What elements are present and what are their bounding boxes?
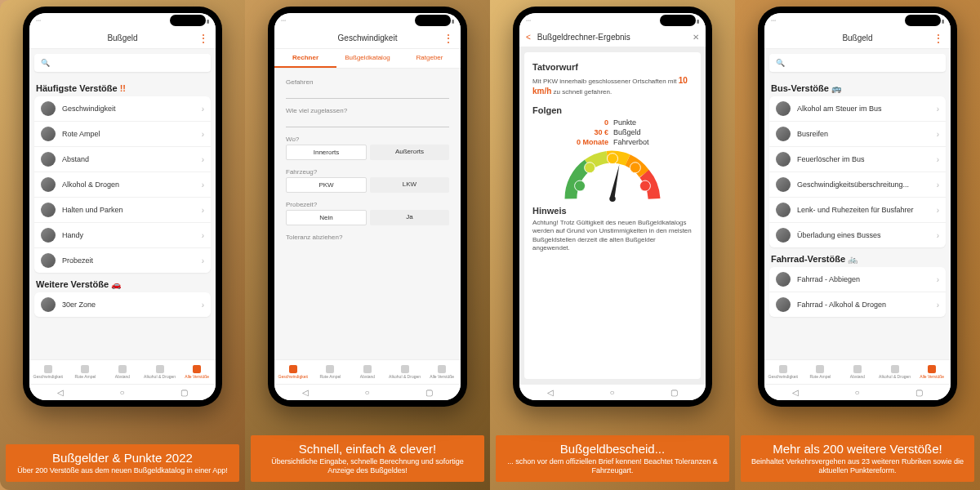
chevron-right-icon: › — [937, 130, 939, 139]
back-icon[interactable]: ◁ — [302, 388, 309, 397]
list-item[interactable]: Fahrrad - Abbiegen› — [769, 267, 946, 292]
home-icon[interactable]: ○ — [609, 388, 614, 397]
chevron-right-icon: › — [202, 180, 204, 189]
field-probation: Probezeit? Nein Ja — [283, 194, 452, 227]
nav-tab[interactable]: Abstand — [349, 360, 386, 384]
list-item[interactable]: Abstand› — [34, 147, 211, 172]
field-vehicle: Fahrzeug? PKW LKW — [283, 162, 452, 194]
svg-point-6 — [609, 195, 615, 201]
list-item[interactable]: Probezeit› — [34, 248, 211, 273]
field-driven[interactable]: Gefahren — [283, 72, 452, 100]
camera-notch — [660, 15, 696, 26]
recents-icon[interactable]: ▢ — [915, 388, 923, 397]
bottom-nav: Geschwindigkeit Rote Ampel Abstand Alkoh… — [274, 359, 461, 384]
field-allowed[interactable]: Wie viel zugelassen? — [283, 100, 452, 129]
content-area: Bus-Verstöße 🚌 Alkohol am Steuer im Bus›… — [764, 77, 951, 359]
toggle-outside[interactable]: Außerorts — [370, 145, 449, 160]
screen: ◦◦◦◦ ◦ ▮ Geschwindigkeit ⋮ Rechner Bußge… — [274, 13, 461, 400]
toggle-inside[interactable]: Innerorts — [286, 145, 367, 160]
list-item[interactable]: Fahrrad - Alkohol & Drogen› — [769, 292, 946, 317]
home-icon[interactable]: ○ — [119, 388, 124, 397]
list-item[interactable]: Alkohol & Drogen› — [34, 172, 211, 198]
share-icon[interactable]: < — [526, 33, 531, 42]
form-area: Gefahren Wie viel zugelassen? Wo? Innero… — [274, 69, 461, 359]
overflow-menu-icon[interactable]: ⋮ — [933, 33, 944, 44]
caption-sub: Übersichtliche Eingabe, schnelle Berechn… — [259, 457, 476, 476]
field-tolerance: Toleranz abziehen? — [283, 227, 452, 244]
nav-tab[interactable]: Geschwindigkeit — [274, 360, 312, 384]
phone-frame: ◦◦◦◦ ◦ ▮ Bußgeld ⋮ 🔍 Bus-Verstöße 🚌 Alko… — [758, 7, 957, 407]
camera-notch — [415, 15, 451, 26]
search-input[interactable]: 🔍 — [34, 54, 211, 72]
home-icon[interactable]: ○ — [364, 388, 369, 397]
back-icon[interactable]: ◁ — [57, 388, 64, 397]
category-icon — [776, 228, 791, 243]
list-item[interactable]: Geschwindigkeitsüberschreitung...› — [769, 172, 946, 198]
nav-tab[interactable]: Rote Ampel — [312, 360, 350, 384]
nav-tab[interactable]: Abstand — [104, 360, 141, 384]
close-icon[interactable]: ✕ — [693, 33, 699, 42]
tab-guide[interactable]: Ratgeber — [399, 49, 461, 68]
nav-tab[interactable]: Rote Ampel — [802, 360, 840, 384]
tab-calculator[interactable]: Rechner — [274, 49, 336, 68]
system-nav: ◁○▢ — [29, 384, 216, 400]
car-icon: 🚗 — [111, 280, 121, 289]
list-item[interactable]: Feuerlöscher im Bus› — [769, 147, 946, 172]
list-item[interactable]: 30er Zone› — [34, 292, 211, 317]
toggle-no[interactable]: Nein — [286, 210, 367, 225]
overflow-menu-icon[interactable]: ⋮ — [198, 33, 209, 44]
app-bar: Bußgeld ⋮ — [29, 28, 216, 49]
bottom-nav: Geschwindigkeit Rote Ampel Abstand Alkoh… — [764, 359, 951, 384]
phone-frame: ◦◦◦◦ ◦ ▮ < Bußgeldrechner-Ergebnis ✕ Tat… — [513, 7, 712, 407]
list-item[interactable]: Handy› — [34, 223, 211, 248]
chevron-right-icon: › — [202, 105, 204, 114]
category-icon — [41, 177, 56, 192]
category-icon — [776, 152, 791, 167]
field-where: Wo? Innerorts Außerorts — [283, 129, 452, 162]
tab-catalog[interactable]: Bußgeldkatalog — [336, 49, 399, 68]
back-icon[interactable]: ◁ — [792, 388, 799, 397]
search-icon: 🔍 — [776, 59, 785, 67]
result-body: Tatvorwurf Mit PKW innerhalb geschlossen… — [524, 52, 701, 379]
chevron-right-icon: › — [202, 155, 204, 164]
toggle-yes[interactable]: Ja — [370, 210, 449, 225]
caption-title: Bußgeldbescheid... — [504, 442, 721, 456]
bus-icon: 🚌 — [831, 84, 841, 93]
nav-tab[interactable]: Alle Verstöße — [423, 360, 461, 384]
list-item[interactable]: Rote Ampel› — [34, 122, 211, 147]
chevron-right-icon: › — [202, 256, 204, 265]
nav-tab[interactable]: Alkohol & Drogen — [876, 360, 914, 384]
list-item[interactable]: Geschwindigkeit› — [34, 96, 211, 122]
nav-tab[interactable]: Alkohol & Drogen — [386, 360, 424, 384]
list-item[interactable]: Busreifen› — [769, 122, 946, 147]
list-item[interactable]: Überladung eines Busses› — [769, 223, 946, 247]
back-icon[interactable]: ◁ — [547, 388, 554, 397]
system-nav: ◁○▢ — [519, 384, 706, 400]
screen: ◦◦◦◦ ◦ ▮ < Bußgeldrechner-Ergebnis ✕ Tat… — [519, 13, 706, 400]
nav-tab[interactable]: Geschwindigkeit — [29, 360, 67, 384]
chevron-right-icon: › — [202, 130, 204, 139]
list-item[interactable]: Halten und Parken› — [34, 198, 211, 223]
category-icon — [41, 228, 56, 243]
list-item[interactable]: Alkohol am Steuer im Bus› — [769, 96, 946, 122]
nav-tab[interactable]: Abstand — [839, 360, 876, 384]
violation-list-frequent: Geschwindigkeit› Rote Ampel› Abstand› Al… — [34, 96, 211, 273]
camera-notch — [170, 15, 206, 26]
recents-icon[interactable]: ▢ — [425, 388, 433, 397]
screen: ◦◦◦◦ ◦ ▮ Bußgeld ⋮ 🔍 Bus-Verstöße 🚌 Alko… — [764, 13, 951, 400]
app-bar: Bußgeld ⋮ — [764, 28, 951, 49]
nav-tab[interactable]: Rote Ampel — [67, 360, 105, 384]
category-icon — [41, 101, 56, 116]
home-icon[interactable]: ○ — [854, 388, 859, 397]
toggle-truck[interactable]: LKW — [370, 177, 449, 193]
list-item[interactable]: Lenk- und Ruhezeiten für Busfahrer› — [769, 198, 946, 223]
nav-tab[interactable]: Alle Verstöße — [178, 360, 216, 384]
overflow-menu-icon[interactable]: ⋮ — [443, 33, 454, 44]
recents-icon[interactable]: ▢ — [180, 388, 188, 397]
nav-tab[interactable]: Alkohol & Drogen — [141, 360, 179, 384]
search-input[interactable]: 🔍 — [769, 54, 946, 72]
recents-icon[interactable]: ▢ — [670, 388, 678, 397]
toggle-car[interactable]: PKW — [286, 177, 367, 193]
nav-tab[interactable]: Alle Verstöße — [913, 360, 951, 384]
nav-tab[interactable]: Geschwindigkeit — [764, 360, 802, 384]
